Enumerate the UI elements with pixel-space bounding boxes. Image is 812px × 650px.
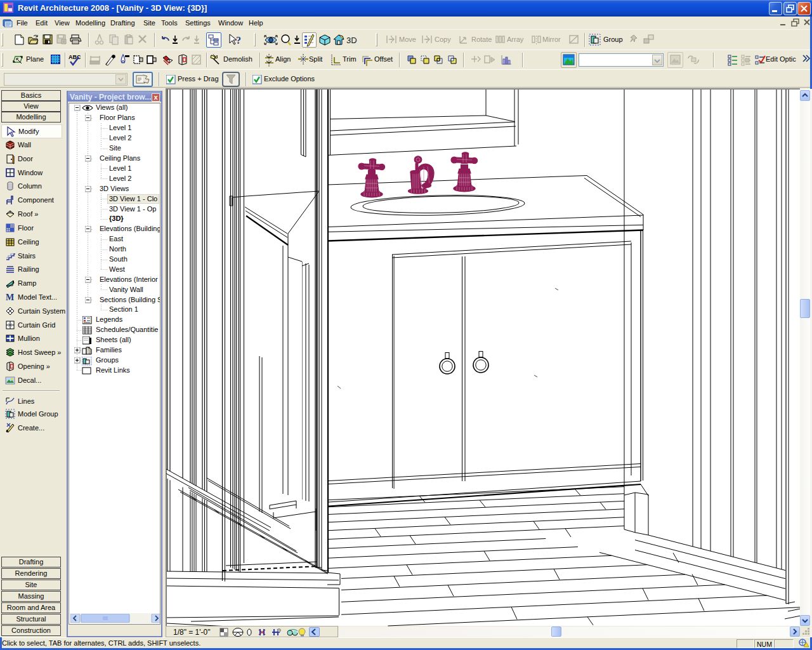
svg-text:?: ? (236, 35, 241, 46)
svg-text:M: M (6, 293, 14, 302)
svg-text:ABC: ABC (69, 54, 81, 60)
